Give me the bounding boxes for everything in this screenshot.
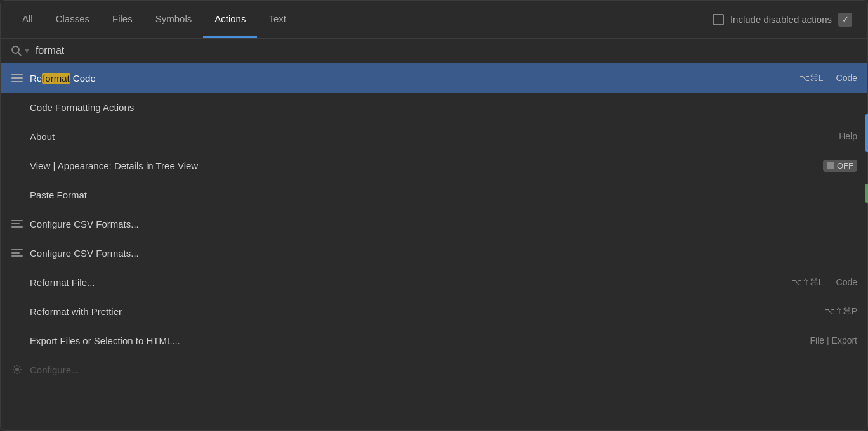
result-text-export-html: Export Files or Selection to HTML... (30, 335, 798, 346)
result-item-reformat-file[interactable]: Reformat File... ⌥⇧⌘L Code (1, 267, 867, 297)
search-icon: ▼ (11, 45, 30, 56)
svg-rect-3 (11, 77, 23, 79)
include-disabled-checkbox[interactable] (713, 14, 724, 25)
include-disabled-icon-btn[interactable]: ✓ (838, 13, 852, 27)
tab-actions[interactable]: Actions (203, 1, 257, 38)
tab-classes[interactable]: Classes (44, 1, 101, 38)
result-text-reformat-file: Reformat File... (30, 277, 784, 288)
search-highlight: format (42, 73, 70, 84)
result-item-code-formatting[interactable]: Code Formatting Actions (1, 93, 867, 122)
result-item-configure-csv-2[interactable]: Configure CSV Formats... (1, 238, 867, 267)
result-item-view-appearance[interactable]: View | Appearance: Details in Tree View … (1, 151, 867, 180)
no-icon-placeholder-6 (11, 305, 23, 318)
results-list: Reformat Code ⌥⌘L Code Code Formatting A… (1, 63, 867, 430)
tab-symbols[interactable]: Symbols (144, 1, 204, 38)
toggle-label: OFF (837, 161, 853, 170)
svg-rect-4 (11, 81, 23, 82)
no-icon-placeholder-5 (11, 276, 23, 288)
result-text-paste-format: Paste Format (30, 190, 857, 200)
result-category-export-html: File | Export (798, 335, 857, 345)
result-text-code-formatting: Code Formatting Actions (30, 102, 857, 113)
toggle-switch[interactable]: OFF (823, 160, 857, 172)
result-text-view-appearance: View | Appearance: Details in Tree View (30, 160, 823, 171)
right-accent-bar-1 (865, 114, 868, 152)
result-text-reformat-code: Reformat Code (30, 73, 792, 84)
result-category-reformat-file: Code (824, 277, 857, 287)
search-input[interactable] (36, 45, 857, 56)
result-item-configure-csv-1[interactable]: Configure CSV Formats... (1, 209, 867, 238)
main-container: All Classes Files Symbols Actions Text I… (0, 0, 868, 431)
result-text-about: About (30, 131, 826, 142)
result-shortcut-reformat-file: ⌥⇧⌘L (792, 277, 824, 287)
no-icon-placeholder-3 (11, 159, 23, 172)
lines-icon-1 (11, 217, 23, 230)
svg-line-1 (18, 53, 22, 56)
no-icon-placeholder (11, 101, 23, 113)
result-item-reformat-code[interactable]: Reformat Code ⌥⌘L Code (1, 63, 867, 93)
result-category-about: Help (826, 131, 857, 141)
tab-text[interactable]: Text (257, 1, 298, 38)
menu-icon (11, 72, 23, 84)
include-disabled-label: Include disabled actions (730, 14, 832, 25)
no-icon-placeholder-2 (11, 130, 23, 143)
result-shortcut-reformat-prettier: ⌥⇧⌘P (825, 306, 857, 316)
tabs-bar: All Classes Files Symbols Actions Text I… (1, 1, 867, 39)
result-item-partial[interactable]: Configure... (1, 355, 867, 384)
result-shortcut-reformat-code: ⌥⌘L (799, 73, 824, 83)
result-item-about[interactable]: About Help (1, 122, 867, 151)
toggle-dot (827, 162, 834, 169)
tab-all[interactable]: All (11, 1, 44, 38)
result-category-reformat-code: Code (824, 73, 857, 83)
result-item-paste-format[interactable]: Paste Format (1, 180, 867, 209)
lines-icon-2 (11, 247, 23, 259)
no-icon-placeholder-4 (11, 188, 23, 201)
right-accent-bar-2 (865, 184, 868, 203)
search-bar: ▼ (1, 39, 867, 63)
result-text-configure-csv-2: Configure CSV Formats... (30, 248, 857, 259)
result-item-export-html[interactable]: Export Files or Selection to HTML... Fil… (1, 326, 867, 355)
svg-rect-2 (11, 74, 23, 75)
result-item-reformat-prettier[interactable]: Reformat with Prettier ⌥⇧⌘P (1, 297, 867, 326)
result-text-configure-csv-1: Configure CSV Formats... (30, 219, 857, 229)
tab-files[interactable]: Files (101, 1, 144, 38)
result-text-reformat-prettier: Reformat with Prettier (30, 306, 817, 317)
gear-icon (11, 363, 23, 376)
no-icon-placeholder-7 (11, 334, 23, 347)
svg-point-5 (15, 368, 19, 371)
result-text-partial: Configure... (30, 364, 857, 375)
include-disabled-section: Include disabled actions ✓ (707, 1, 857, 38)
